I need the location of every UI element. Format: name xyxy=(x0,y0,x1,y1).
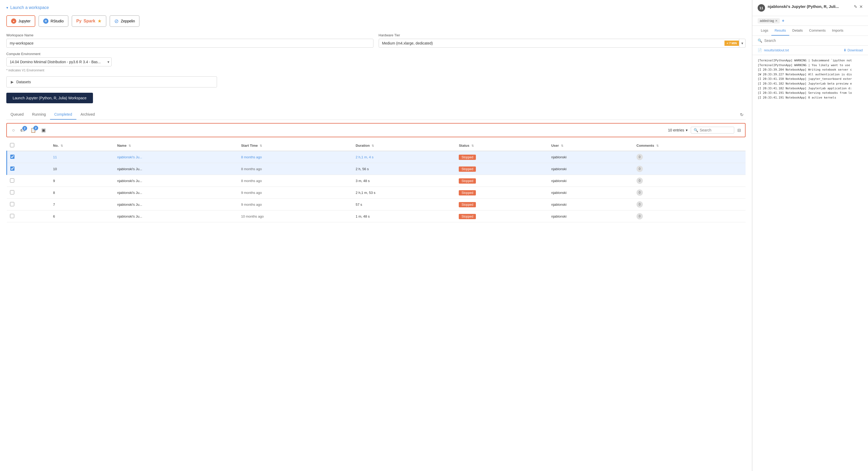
row-checkbox[interactable] xyxy=(10,167,14,171)
comment-count[interactable]: 0 xyxy=(637,178,643,184)
toolbar-tag-button[interactable]: 🏷 2 xyxy=(19,126,26,134)
workspace-type-pyspark[interactable]: Py Spark ★ xyxy=(72,15,106,27)
row-checkbox[interactable] xyxy=(10,178,14,182)
download-button[interactable]: ⬇ Download xyxy=(843,48,863,52)
datasets-label: Datasets xyxy=(16,80,31,84)
workspace-form-row: Workspace Name Hardware Tier Medium (m4.… xyxy=(6,33,746,48)
hardware-tier-chevron-icon[interactable]: ▾ xyxy=(739,39,745,48)
log-line: [I 20:33:41.182 NotebookApp] JupyterLab … xyxy=(758,86,863,91)
row-start-time: 10 months ago xyxy=(238,210,352,222)
row-comments: 0 xyxy=(633,163,746,175)
log-line: [I 20:33:41.150 NotebookApp] jupyter_ten… xyxy=(758,77,863,81)
comment-count[interactable]: 0 xyxy=(637,189,643,196)
tab-completed[interactable]: Completed xyxy=(50,110,76,120)
right-tab-comments[interactable]: Comments xyxy=(806,26,829,35)
filter-button[interactable]: ⊟ xyxy=(737,128,741,133)
right-tab-logs[interactable]: Logs xyxy=(758,26,771,35)
row-number: 9 xyxy=(50,175,114,187)
log-line: [I 20:33:39.204 NotebookApp] Writing not… xyxy=(758,67,863,72)
launch-chevron-icon: ▾ xyxy=(6,5,8,10)
comment-count[interactable]: 0 xyxy=(637,154,643,160)
row-start-time: 8 months ago xyxy=(238,151,352,163)
entries-chevron-icon: ▾ xyxy=(686,128,688,132)
log-line: [I 20:33:41.191 NotebookApp] 0 active ke… xyxy=(758,95,863,100)
datasets-chevron-icon: ▶ xyxy=(11,80,14,84)
file-row: 📄 results/stdout.txt ⬇ Download xyxy=(752,46,868,55)
table-toolbar: ○ 🏷 2 📋 2 ▣ 10 entries ▾ xyxy=(6,123,746,137)
comment-count[interactable]: 0 xyxy=(637,201,643,208)
comment-count[interactable]: 0 xyxy=(637,166,643,172)
compute-env-container[interactable]: 14.04 Domino Minimal Distribution - py3.… xyxy=(6,57,112,66)
jupyter-icon: ● xyxy=(11,19,16,24)
log-line: [W 20:33:39.227 NotebookApp] All authent… xyxy=(758,72,863,77)
row-start-time: 9 months ago xyxy=(238,187,352,199)
file-path[interactable]: results/stdout.txt xyxy=(764,48,789,52)
hardware-tier-badge: < 7 MIN xyxy=(724,40,739,46)
run-title: njablonski's Jupyter (Python, R, Juli... xyxy=(768,4,851,9)
entries-dropdown[interactable]: 10 entries ▾ xyxy=(668,128,688,132)
close-button[interactable]: ✕ xyxy=(859,4,863,9)
tab-running[interactable]: Running xyxy=(28,110,50,120)
row-name-cell: njablonski's Ju... xyxy=(114,210,238,222)
row-status: Stopped xyxy=(456,210,548,222)
rstudio-icon: R xyxy=(43,19,49,24)
edit-button[interactable]: ✎ xyxy=(854,4,857,9)
compute-env-chevron-icon[interactable]: ▾ xyxy=(105,58,112,66)
run-name: njablonski's Ju... xyxy=(117,179,142,183)
select-all-checkbox[interactable] xyxy=(10,143,14,147)
launch-workspace-header[interactable]: ▾ Launch a workspace xyxy=(6,5,746,10)
status-badge: Stopped xyxy=(459,202,476,207)
row-status: Stopped xyxy=(456,151,548,163)
tab-archived[interactable]: Archived xyxy=(76,110,99,120)
results-search-icon: 🔍 xyxy=(758,38,762,43)
col-status: Status ⇅ xyxy=(459,144,473,148)
table-row: 11 njablonski's Ju... 8 months ago 2 h,1… xyxy=(7,151,746,163)
right-tab-details[interactable]: Details xyxy=(789,26,806,35)
results-search-input[interactable] xyxy=(764,38,863,43)
row-comments: 0 xyxy=(633,151,746,163)
table-row: 8 njablonski's Ju... 9 months ago 2 h,1 … xyxy=(7,187,746,199)
row-name-cell: njablonski's Ju... xyxy=(114,187,238,199)
row-user: njablonski xyxy=(548,151,633,163)
toolbar-compare-button[interactable]: 📋 2 xyxy=(29,126,37,134)
tag-add-button[interactable]: + xyxy=(782,19,784,23)
tag-badge: 2 xyxy=(22,126,27,131)
toolbar-radio-button[interactable]: ○ xyxy=(11,126,16,134)
row-number: 7 xyxy=(50,199,114,210)
row-checkbox[interactable] xyxy=(10,190,14,195)
workspace-name-label: Workspace Name xyxy=(6,33,373,37)
tag-remove-button[interactable]: ✕ xyxy=(775,19,778,23)
entries-label: 10 entries xyxy=(668,128,684,132)
row-number: 10 xyxy=(50,163,114,175)
view-icon: ▣ xyxy=(41,127,46,133)
row-number: 11 xyxy=(50,151,114,163)
v1-note: * indicates V1 Environment xyxy=(6,68,746,72)
log-line: [TerminalIPythonApp] WARNING | You likel… xyxy=(758,63,863,68)
right-tab-results[interactable]: Results xyxy=(771,26,789,35)
right-tab-imports[interactable]: Imports xyxy=(829,26,846,35)
launch-button[interactable]: Launch Jupyter (Python, R, Julia) Worksp… xyxy=(6,93,93,103)
workspace-type-zeppelin[interactable]: ⊘ Zeppelin xyxy=(110,15,140,27)
workspace-type-rstudio[interactable]: R RStudio xyxy=(38,15,68,27)
tab-queued[interactable]: Queued xyxy=(6,110,28,120)
workspace-name-input[interactable] xyxy=(6,39,373,48)
toolbar-view-button[interactable]: ▣ xyxy=(40,126,47,134)
row-checkbox[interactable] xyxy=(10,202,14,206)
workspace-type-jupyter[interactable]: ● Jupyter xyxy=(6,15,35,27)
left-panel: ▾ Launch a workspace ● Jupyter R RStudio… xyxy=(0,0,752,471)
status-badge: Stopped xyxy=(459,167,476,172)
refresh-button[interactable]: ↻ xyxy=(738,110,746,119)
table-search-input[interactable] xyxy=(700,128,731,132)
tag-icon-container: 🏷 2 xyxy=(20,127,25,133)
col-duration: Duration ⇅ xyxy=(355,144,374,148)
row-checkbox[interactable] xyxy=(10,155,14,159)
hardware-tier-container: Medium (m4.xlarge, dedicated) < 7 MIN ▾ xyxy=(379,39,746,48)
row-checkbox[interactable] xyxy=(10,214,14,218)
pyspark-spark-label: Spark xyxy=(84,19,95,24)
datasets-section[interactable]: ▶ Datasets xyxy=(6,77,217,87)
row-number: 6 xyxy=(50,210,114,222)
tag-item: added-tag ✕ xyxy=(758,18,780,24)
comment-count[interactable]: 0 xyxy=(637,213,643,219)
row-comments: 0 xyxy=(633,187,746,199)
run-name-link[interactable]: njablonski's Ju... xyxy=(117,155,142,159)
